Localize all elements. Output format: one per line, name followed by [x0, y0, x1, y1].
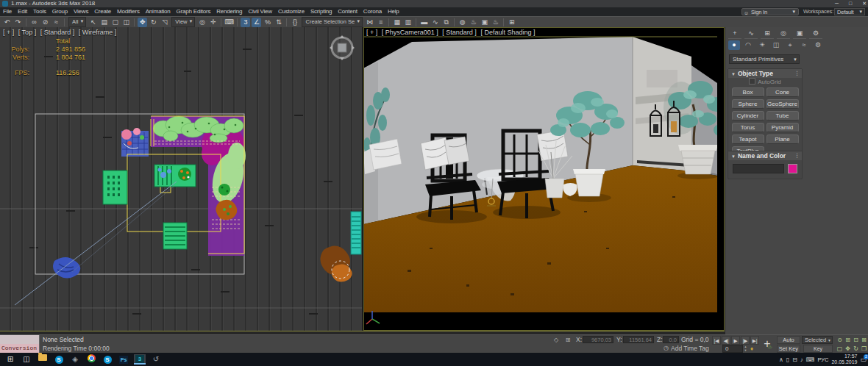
file-explorer-icon[interactable]	[37, 354, 49, 365]
frame-spinner[interactable]: ▲▼	[743, 345, 748, 353]
select-and-manipulate-icon[interactable]: ✛	[208, 18, 218, 27]
skype-icon[interactable]: S	[53, 354, 65, 365]
add-time-tag[interactable]: Add Time Tag	[671, 345, 709, 352]
button-plane[interactable]: Plane	[766, 134, 799, 144]
ribbon-toggle-icon[interactable]: ▬	[419, 18, 429, 27]
set-keys-icon[interactable]: ♦	[750, 345, 753, 352]
angle-snap-icon[interactable]: ∠	[252, 18, 261, 27]
set-key-button[interactable]: Set Key	[777, 345, 800, 353]
select-and-link-icon[interactable]: ∞	[29, 18, 39, 27]
swirl-app-icon[interactable]: ↺	[150, 354, 162, 365]
maximize-viewport-icon[interactable]: ❒	[860, 345, 868, 353]
selection-lock-icon[interactable]: ◇	[552, 336, 561, 344]
layer-explorer-icon[interactable]: ▥	[403, 18, 413, 27]
scene-explorer-icon[interactable]: ▦	[392, 18, 402, 27]
maxscript-mini-listener[interactable]: Conversion d	[0, 335, 40, 353]
schematic-view-icon[interactable]: ⧉	[441, 18, 451, 27]
task-view-button[interactable]: ◫	[21, 354, 32, 365]
unlink-selection-icon[interactable]: ⊘	[40, 18, 50, 27]
snap-toggle-3d-icon[interactable]: 3	[241, 18, 250, 27]
viewport-camera-menu[interactable]: [ PhysCamera001 ]	[382, 29, 438, 36]
previous-frame-button[interactable]: ◀|	[722, 336, 730, 345]
volume-icon[interactable]: ♪	[800, 356, 803, 363]
minimize-button[interactable]: ─	[835, 0, 839, 7]
viewport-menu-plus[interactable]: [ + ]	[3, 29, 14, 36]
reference-coordinate-dropdown[interactable]: View▼	[171, 17, 195, 27]
y-coordinate-field[interactable]: 11561,64	[623, 336, 654, 343]
menu-create[interactable]: Create	[91, 7, 114, 16]
orbit-icon[interactable]: ↻	[852, 345, 860, 353]
category-systems-icon[interactable]: ⚙	[812, 40, 824, 50]
zoom-all-icon[interactable]: ⊞	[844, 336, 852, 344]
workspaces-dropdown[interactable]: Default ▼	[834, 8, 865, 15]
viewport-standard-menu[interactable]: [ Standard ]	[442, 29, 477, 36]
primitives-dropdown[interactable]: Standard Primitives ▼	[729, 54, 800, 64]
viewport-shading-menu[interactable]: [ Default Shading ]	[480, 29, 535, 36]
tab-hierarchy-icon[interactable]: ⊞	[761, 29, 774, 39]
align-icon[interactable]: ≡	[376, 18, 385, 27]
viewport-top-wireframe[interactable]: [ + ] [ Top ] [ Standard ] [ Wireframe ]…	[0, 27, 362, 331]
render-production-icon[interactable]: ♨	[491, 18, 500, 27]
go-to-end-button[interactable]: ▶|	[750, 336, 759, 345]
absolute-mode-icon[interactable]: ⊞	[563, 336, 572, 344]
z-coordinate-field[interactable]: 0,0	[663, 336, 679, 343]
percent-snap-icon[interactable]: %	[263, 18, 272, 27]
mirror-icon[interactable]: ⋈	[365, 18, 374, 27]
play-button[interactable]: ▶	[731, 336, 740, 345]
skype-2-icon[interactable]: S	[102, 354, 113, 365]
button-teapot[interactable]: Teapot	[732, 134, 764, 144]
material-editor-icon[interactable]: ◍	[458, 18, 467, 27]
object-name-field[interactable]	[733, 164, 784, 173]
tab-display-icon[interactable]: ▣	[793, 29, 806, 39]
photoshop-icon[interactable]: Ps	[118, 354, 129, 365]
menu-animation[interactable]: Animation	[143, 7, 174, 16]
button-pyramid[interactable]: Pyramid	[766, 123, 799, 132]
select-and-move-icon[interactable]: ✥	[138, 18, 147, 27]
3dsmax-taskbar-icon[interactable]: 3	[134, 354, 146, 365]
select-by-name-icon[interactable]: ▤	[99, 18, 109, 27]
viewport-shading-menu[interactable]: [ Wireframe ]	[79, 29, 117, 36]
select-object-icon[interactable]: ↖	[88, 18, 98, 27]
button-geosphere[interactable]: GeoSphere	[766, 99, 799, 109]
category-cameras-icon[interactable]: ◫	[770, 40, 782, 50]
menu-tools[interactable]: Tools	[30, 7, 49, 16]
autogrid-checkbox[interactable]: AutoGrid	[728, 78, 802, 87]
action-center-icon[interactable]: ▭2	[860, 356, 867, 363]
curve-editor-icon[interactable]: ∿	[430, 18, 440, 27]
zoom-extents-icon[interactable]: ⊡	[852, 336, 860, 344]
sign-in-button[interactable]: ☺ Sign In ▼	[741, 8, 799, 15]
viewport-camera-shaded[interactable]: [ + ] [ PhysCamera001 ] [ Standard ] [ D…	[363, 27, 725, 331]
current-frame-field[interactable]: 0	[722, 345, 743, 353]
close-button[interactable]: ✕	[862, 0, 867, 7]
menu-civil-view[interactable]: Civil View	[245, 7, 275, 16]
category-geometry-icon[interactable]: ●	[728, 40, 740, 50]
menu-rendering[interactable]: Rendering	[213, 7, 245, 16]
menu-help[interactable]: Help	[385, 7, 402, 16]
tab-motion-icon[interactable]: ◎	[777, 29, 790, 39]
named-selection-sets-dropdown[interactable]: Create Selection Se▼	[302, 17, 363, 27]
key-filters-button[interactable]: Key Filters...	[803, 345, 833, 353]
spinner-snap-icon[interactable]: ⇅	[274, 18, 283, 27]
edit-named-selection-sets-icon[interactable]: {}	[290, 18, 299, 27]
battery-icon[interactable]: ▯	[786, 356, 789, 363]
menu-views[interactable]: Views	[71, 7, 91, 16]
selection-set-dropdown[interactable]: Selected▼	[802, 336, 833, 344]
redo-icon[interactable]: ↷	[13, 18, 23, 27]
rollout-object-type-header[interactable]: ▼Object Type ⋮	[728, 69, 802, 78]
menu-scripting[interactable]: Scripting	[307, 7, 335, 16]
menu-corona[interactable]: Corona	[360, 7, 385, 16]
use-pivot-point-icon[interactable]: ◎	[197, 18, 207, 27]
zoom-region-icon[interactable]: ▢	[836, 345, 844, 353]
rendered-frame-window-icon[interactable]: ▣	[480, 18, 489, 27]
maximize-button[interactable]: □	[849, 0, 852, 7]
viewport-standard-menu[interactable]: [ Standard ]	[40, 29, 75, 36]
menu-customize[interactable]: Customize	[275, 7, 307, 16]
category-shapes-icon[interactable]: ◠	[742, 40, 754, 50]
menu-content[interactable]: Content	[335, 7, 360, 16]
tab-modify-icon[interactable]: ∿	[744, 29, 758, 39]
button-cylinder[interactable]: Cylinder	[732, 111, 764, 121]
zoom-extents-all-icon[interactable]: ⊠	[860, 336, 868, 344]
selection-filter-dropdown[interactable]: All▼	[68, 17, 86, 27]
select-and-rotate-icon[interactable]: ↻	[149, 18, 158, 27]
button-tube[interactable]: Tube	[766, 111, 799, 121]
